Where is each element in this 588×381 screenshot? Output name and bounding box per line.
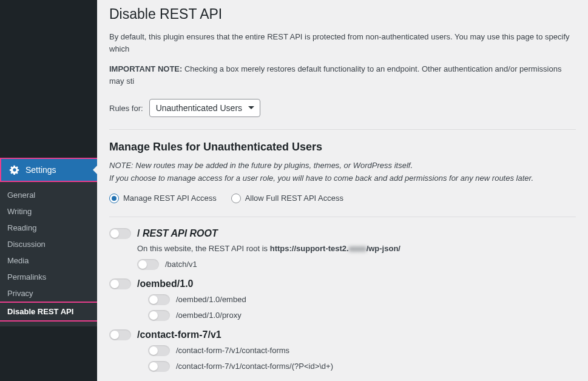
toggle-root[interactable] (109, 228, 131, 239)
sidebar-item-reading[interactable]: Reading (0, 220, 97, 236)
sidebar-item-permalinks[interactable]: Permalinks (0, 269, 97, 285)
radio-manage-access[interactable]: Manage REST API Access (109, 194, 217, 203)
rules-for-row: Rules for: Unauthenticated Users (109, 99, 576, 117)
sidebar-item-privacy[interactable]: Privacy (0, 285, 97, 302)
route-cf7-header: /contact-form-7/v1 (109, 329, 576, 340)
sidebar-submenu: General Writing Reading Discussion Media… (0, 182, 97, 326)
page-title: Disable REST API (109, 6, 576, 22)
sidebar-item-writing[interactable]: Writing (0, 203, 97, 220)
rules-for-select[interactable]: Unauthenticated Users (149, 99, 260, 117)
admin-sidebar: Settings General Writing Reading Discuss… (0, 0, 97, 381)
toggle-batch[interactable] (137, 259, 159, 270)
section-title: Manage Rules for Unauthenticated Users (109, 141, 576, 153)
route-item-cf7-forms-id: /contact-form-7/v1/contact-forms/(?P<id>… (137, 361, 576, 372)
section-subnote: NOTE: New routes may be added in the fut… (109, 160, 576, 185)
toggle-cf7-forms-id[interactable] (148, 361, 170, 372)
sidebar-item-discussion[interactable]: Discussion (0, 236, 97, 252)
route-item-oembed-proxy: /oembed/1.0/proxy (137, 310, 576, 321)
route-root-desc: On this website, the REST API root is ht… (137, 244, 576, 253)
toggle-cf7-forms[interactable] (148, 345, 170, 356)
route-group-root: / REST API ROOT On this website, the RES… (109, 228, 576, 270)
main-content: Disable REST API By default, this plugin… (97, 0, 588, 381)
important-note: IMPORTANT NOTE: Checking a box merely re… (109, 63, 576, 87)
toggle-oembed-embed[interactable] (148, 294, 170, 305)
sidebar-menu-settings[interactable]: Settings (0, 158, 97, 182)
sidebar-item-media[interactable]: Media (0, 252, 97, 269)
active-menu-arrow-icon (93, 165, 98, 175)
divider (109, 217, 576, 217)
radio-icon (109, 194, 119, 203)
route-root-header: / REST API ROOT (109, 228, 576, 239)
toggle-cf7[interactable] (109, 329, 131, 340)
intro-text: By default, this plugin ensures that the… (109, 31, 576, 55)
sidebar-item-general[interactable]: General (0, 187, 97, 203)
route-oembed-header: /oembed/1.0 (109, 278, 576, 289)
toggle-oembed-proxy[interactable] (148, 310, 170, 321)
route-group-oembed: /oembed/1.0 /oembed/1.0/embed /oembed/1.… (109, 278, 576, 321)
route-item-cf7-forms: /contact-form-7/v1/contact-forms (137, 345, 576, 356)
rules-for-label: Rules for: (109, 104, 143, 113)
route-item-batch: /batch/v1 (137, 259, 576, 270)
divider (109, 129, 576, 130)
settings-icon (8, 164, 21, 176)
toggle-oembed[interactable] (109, 278, 131, 289)
radio-allow-full-access[interactable]: Allow Full REST API Access (231, 194, 343, 203)
access-mode-radios: Manage REST API Access Allow Full REST A… (109, 194, 576, 203)
radio-icon (231, 194, 241, 203)
note-label: IMPORTANT NOTE: (109, 64, 182, 73)
route-group-cf7: /contact-form-7/v1 /contact-form-7/v1/co… (109, 329, 576, 372)
route-item-oembed-embed: /oembed/1.0/embed (137, 294, 576, 305)
sidebar-item-disable-rest-api[interactable]: Disable REST API (0, 302, 97, 322)
route-root-title: / REST API ROOT (137, 228, 218, 239)
sidebar-header-label: Settings (25, 165, 56, 175)
